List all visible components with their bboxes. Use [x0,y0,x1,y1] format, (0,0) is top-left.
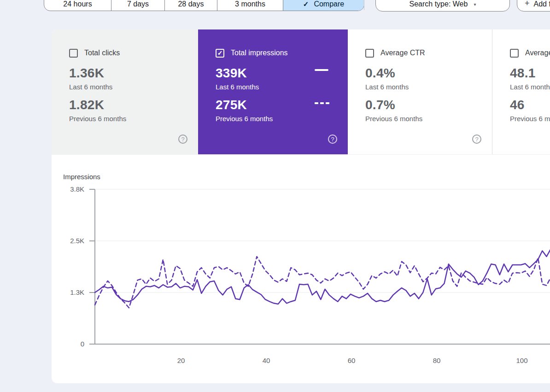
x-axis-tick-label: 60 [348,357,356,364]
add-filter-label: Add filter [534,0,550,8]
y-axis-tick-label: 0 [52,340,84,348]
date-range-segmented-control: 24 hours 7 days 28 days 3 months ✓ Compa… [44,0,364,11]
metric-value-primary: 339K [216,66,348,81]
x-axis-tick-label: 80 [433,357,441,364]
chart-title: Impressions [63,173,100,181]
x-axis-tick-label: 40 [263,357,270,364]
metric-value-secondary: 1.82K [69,98,198,112]
metric-value-primary: 48.1 [510,66,550,81]
add-filter-button[interactable]: + Add filter [517,0,550,12]
search-type-dropdown[interactable]: Search type: Web ▾ [375,0,510,12]
performance-panel: Total clicks 1.36K Last 6 months 1.82K P… [52,29,550,383]
card-average-position[interactable]: Average position 48.1 Last 6 months 46 P… [492,29,550,154]
metric-value-secondary: 0.7% [365,98,492,112]
help-icon[interactable]: ? [328,135,337,144]
card-total-clicks[interactable]: Total clicks 1.36K Last 6 months 1.82K P… [52,29,198,154]
metric-value-secondary: 46 [510,98,550,112]
metric-value-primary: 0.4% [365,66,492,81]
impressions-line-chart[interactable] [95,189,550,344]
y-axis-tick-label: 3.8K [52,185,84,193]
compare-button[interactable]: ✓ Compare [283,0,364,11]
checkbox-unchecked-icon[interactable] [69,49,78,58]
plus-icon: + [525,0,530,8]
date-range-24-hours[interactable]: 24 hours [44,0,111,11]
y-axis-tick-label: 1.3K [52,288,84,297]
card-title: Total clicks [84,49,120,57]
search-console-performance-screen: 24 hours 7 days 28 days 3 months ✓ Compa… [0,0,550,392]
x-axis-tick-label: 100 [516,357,527,364]
metric-label-secondary: Previous 6 months [510,115,550,123]
metric-label-primary: Last 6 months [510,83,550,91]
metric-label-secondary: Previous 6 months [365,115,492,123]
metric-label-primary: Last 6 months [69,83,198,91]
y-axis-tick-label: 2.5K [52,237,84,245]
solid-line-legend-icon [315,69,328,71]
metric-value-secondary: 275K [216,98,348,112]
metric-label-primary: Last 6 months [365,83,492,91]
card-average-ctr[interactable]: Average CTR 0.4% Last 6 months 0.7% Prev… [348,29,492,154]
series-line-current-period [95,249,550,304]
checkbox-checked-icon[interactable]: ✓ [216,49,224,58]
dashed-line-legend-icon [315,102,329,104]
compare-label: Compare [314,0,344,8]
search-type-label: Search type: Web [410,0,468,8]
card-title: Average CTR [380,49,425,57]
check-icon: ✓ [217,50,223,56]
checkbox-unchecked-icon[interactable] [365,49,374,58]
date-range-7-days[interactable]: 7 days [111,0,164,11]
help-icon[interactable]: ? [472,135,481,144]
help-icon[interactable]: ? [178,135,187,144]
checkbox-unchecked-icon[interactable] [510,49,519,58]
chevron-down-icon: ▾ [474,2,476,8]
metric-label-secondary: Previous 6 months [216,115,348,123]
metric-label-primary: Last 6 months [216,83,348,91]
card-title: Total impressions [231,49,288,57]
date-range-3-months[interactable]: 3 months [217,0,283,11]
check-icon: ✓ [303,0,309,8]
date-range-28-days[interactable]: 28 days [164,0,217,11]
metric-label-secondary: Previous 6 months [69,115,198,123]
metric-cards-row: Total clicks 1.36K Last 6 months 1.82K P… [52,29,550,155]
x-axis-tick-label: 20 [177,357,185,364]
card-total-impressions[interactable]: ✓ Total impressions 339K Last 6 months 2… [198,29,348,154]
metric-value-primary: 1.36K [69,66,198,81]
card-title: Average position [525,49,550,57]
toolbar-divider [364,0,364,10]
